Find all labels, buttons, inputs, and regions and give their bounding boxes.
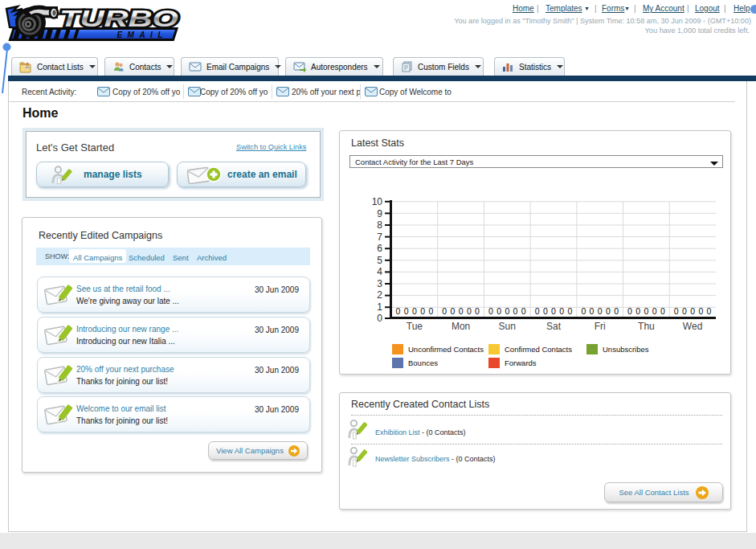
svg-text:0: 0 [497, 306, 501, 316]
svg-text:0: 0 [450, 306, 455, 316]
svg-text:4: 4 [377, 266, 382, 277]
svg-text:Wed: Wed [683, 321, 702, 332]
svg-text:0: 0 [428, 306, 433, 316]
svg-text:0: 0 [467, 306, 472, 316]
svg-text:0: 0 [551, 306, 556, 316]
svg-text:0: 0 [505, 306, 509, 316]
svg-text:0: 0 [488, 306, 493, 316]
svg-text:0: 0 [412, 306, 417, 316]
svg-text:0: 0 [396, 306, 401, 316]
svg-text:6: 6 [377, 243, 382, 254]
svg-text:5: 5 [377, 255, 382, 266]
svg-text:Thu: Thu [638, 321, 655, 332]
svg-text:Sun: Sun [499, 321, 516, 332]
svg-text:Mon: Mon [452, 321, 470, 332]
svg-text:Fri: Fri [595, 321, 606, 332]
svg-text:0: 0 [590, 306, 595, 316]
svg-text:1: 1 [377, 301, 382, 313]
svg-text:0: 0 [377, 313, 382, 324]
svg-text:0: 0 [521, 306, 526, 316]
svg-text:7: 7 [377, 231, 382, 243]
svg-text:0: 0 [644, 306, 648, 316]
svg-text:Sat: Sat [546, 321, 562, 332]
svg-text:2: 2 [377, 289, 382, 301]
svg-text:Tue: Tue [407, 321, 423, 332]
svg-text:0: 0 [707, 306, 712, 316]
svg-text:0: 0 [459, 306, 464, 316]
svg-text:9: 9 [377, 208, 382, 219]
svg-text:0: 0 [606, 306, 611, 316]
svg-text:0: 0 [559, 306, 564, 316]
svg-text:0: 0 [627, 306, 632, 316]
svg-text:10: 10 [372, 196, 383, 207]
svg-text:3: 3 [377, 278, 382, 289]
svg-text:0: 0 [567, 306, 572, 316]
svg-text:8: 8 [377, 219, 382, 231]
svg-text:0: 0 [442, 306, 447, 316]
svg-text:0: 0 [581, 306, 586, 316]
svg-text:0: 0 [475, 306, 480, 316]
svg-text:0: 0 [614, 306, 619, 316]
svg-text:0: 0 [513, 306, 518, 316]
svg-text:0: 0 [682, 306, 687, 316]
svg-text:0: 0 [660, 306, 665, 316]
svg-text:0: 0 [598, 306, 603, 316]
svg-text:0: 0 [420, 306, 425, 316]
svg-text:0: 0 [543, 306, 548, 316]
svg-text:0: 0 [690, 306, 695, 316]
svg-text:0: 0 [674, 306, 679, 316]
svg-text:EMAIL: EMAIL [116, 31, 168, 39]
svg-text:0: 0 [698, 306, 703, 316]
svg-text:0: 0 [635, 306, 640, 316]
svg-text:0: 0 [404, 306, 409, 316]
svg-text:0: 0 [535, 306, 540, 316]
svg-text:0: 0 [652, 306, 657, 316]
